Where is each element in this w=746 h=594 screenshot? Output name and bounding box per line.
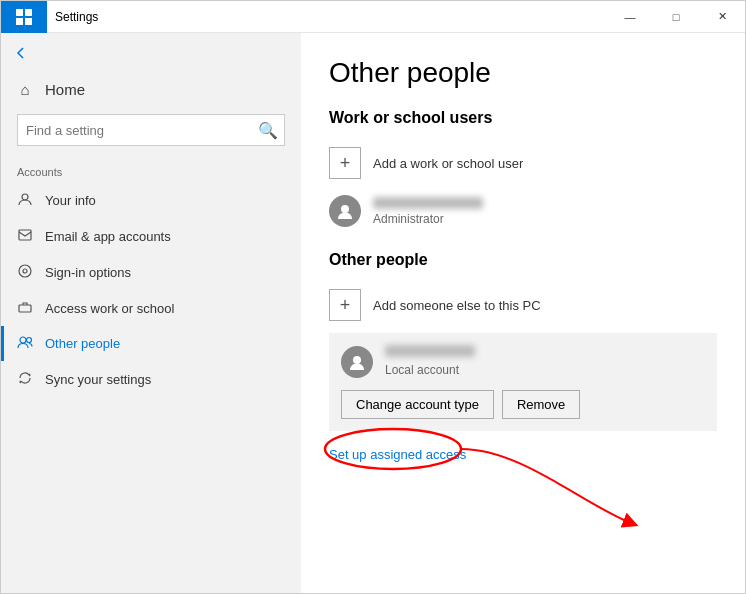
work-user-info: Administrator: [373, 197, 483, 226]
svg-point-6: [19, 265, 31, 277]
close-button[interactable]: ✕: [699, 1, 745, 33]
local-user-name: [385, 345, 475, 357]
local-user-info: Local account: [385, 345, 475, 378]
search-input[interactable]: [18, 123, 252, 138]
add-work-plus-icon: +: [329, 147, 361, 179]
content-area: ⌂ Home 🔍 Accounts Your info: [1, 33, 745, 593]
sidebar-item-home[interactable]: ⌂ Home: [1, 73, 301, 106]
page-title: Other people: [329, 57, 717, 89]
svg-rect-0: [16, 9, 23, 16]
sidebar: ⌂ Home 🔍 Accounts Your info: [1, 33, 301, 593]
other-people-icon: [17, 336, 33, 351]
svg-point-9: [20, 337, 26, 343]
add-other-user-label: Add someone else to this PC: [373, 298, 541, 313]
local-user-top: Local account: [341, 345, 705, 378]
sidebar-item-label: Sign-in options: [45, 265, 131, 280]
svg-rect-5: [19, 230, 31, 240]
search-box: 🔍: [17, 114, 285, 146]
sidebar-item-signin[interactable]: Sign-in options: [1, 254, 301, 291]
your-info-icon: [17, 192, 33, 209]
email-icon: [17, 229, 33, 244]
sidebar-item-other-people[interactable]: Other people: [1, 326, 301, 361]
local-user-expanded: Local account Change account type Remove: [329, 333, 717, 431]
svg-rect-3: [25, 18, 32, 25]
work-user-item: Administrator: [329, 187, 717, 235]
titlebar-logo: [1, 1, 47, 33]
local-user-avatar: [341, 346, 373, 378]
sidebar-section-label: Accounts: [1, 154, 301, 182]
back-icon: [15, 47, 27, 59]
svg-point-4: [22, 194, 28, 200]
sidebar-item-email[interactable]: Email & app accounts: [1, 219, 301, 254]
home-label: Home: [45, 81, 85, 98]
svg-point-10: [27, 338, 32, 343]
home-icon: ⌂: [17, 81, 33, 98]
minimize-button[interactable]: —: [607, 1, 653, 33]
work-user-name: [373, 197, 483, 209]
change-account-type-button[interactable]: Change account type: [341, 390, 494, 419]
svg-rect-2: [16, 18, 23, 25]
svg-point-12: [353, 356, 361, 364]
sidebar-item-work[interactable]: Access work or school: [1, 291, 301, 326]
svg-rect-8: [19, 305, 31, 312]
work-user-role: Administrator: [373, 212, 483, 226]
work-section-title: Work or school users: [329, 109, 717, 127]
back-button[interactable]: [1, 33, 41, 73]
maximize-button[interactable]: □: [653, 1, 699, 33]
work-user-avatar: [329, 195, 361, 227]
svg-point-11: [341, 205, 349, 213]
sidebar-item-label: Sync your settings: [45, 372, 151, 387]
sidebar-item-label: Access work or school: [45, 301, 174, 316]
sidebar-item-label: Other people: [45, 336, 120, 351]
svg-rect-1: [25, 9, 32, 16]
add-other-plus-icon: +: [329, 289, 361, 321]
sync-icon: [17, 371, 33, 388]
assigned-access-link[interactable]: Set up assigned access: [329, 447, 466, 462]
signin-icon: [17, 264, 33, 281]
titlebar-title: Settings: [47, 10, 607, 24]
sidebar-item-label: Email & app accounts: [45, 229, 171, 244]
settings-window: Settings — □ ✕ ⌂ Home 🔍 Accounts: [0, 0, 746, 594]
windows-icon: [16, 9, 32, 25]
other-section-title: Other people: [329, 251, 717, 269]
main-panel: Other people Work or school users + Add …: [301, 33, 745, 593]
add-other-user-button[interactable]: + Add someone else to this PC: [329, 281, 717, 329]
sidebar-item-your-info[interactable]: Your info: [1, 182, 301, 219]
sidebar-item-sync[interactable]: Sync your settings: [1, 361, 301, 398]
add-work-user-label: Add a work or school user: [373, 156, 523, 171]
sidebar-item-label: Your info: [45, 193, 96, 208]
search-icon: 🔍: [252, 114, 284, 146]
titlebar-controls: — □ ✕: [607, 1, 745, 33]
svg-point-7: [23, 269, 27, 273]
remove-button[interactable]: Remove: [502, 390, 580, 419]
titlebar: Settings — □ ✕: [1, 1, 745, 33]
add-work-user-button[interactable]: + Add a work or school user: [329, 139, 717, 187]
local-user-role: Local account: [385, 363, 459, 377]
work-icon: [17, 301, 33, 316]
action-buttons: Change account type Remove: [341, 390, 705, 419]
